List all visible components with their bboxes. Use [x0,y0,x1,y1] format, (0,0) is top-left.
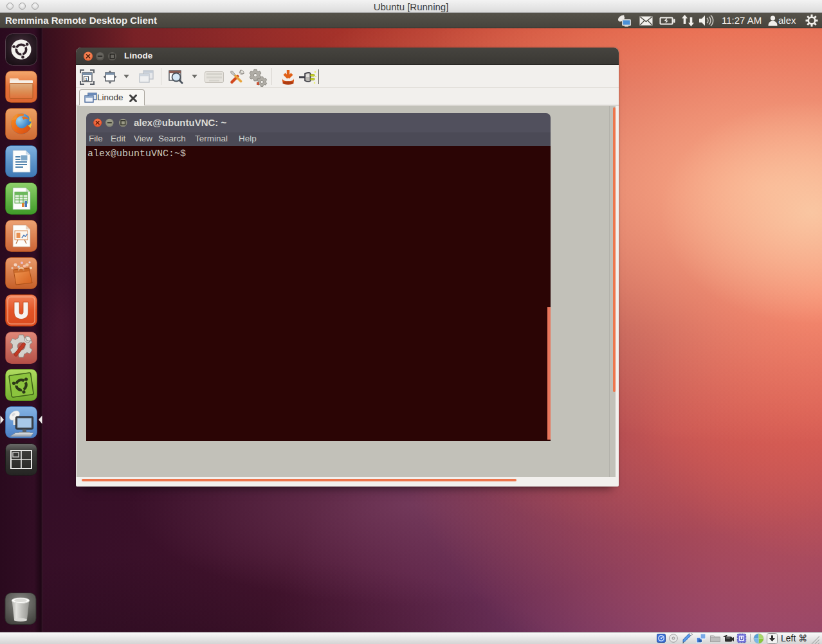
svg-text:1: 1 [85,76,88,82]
